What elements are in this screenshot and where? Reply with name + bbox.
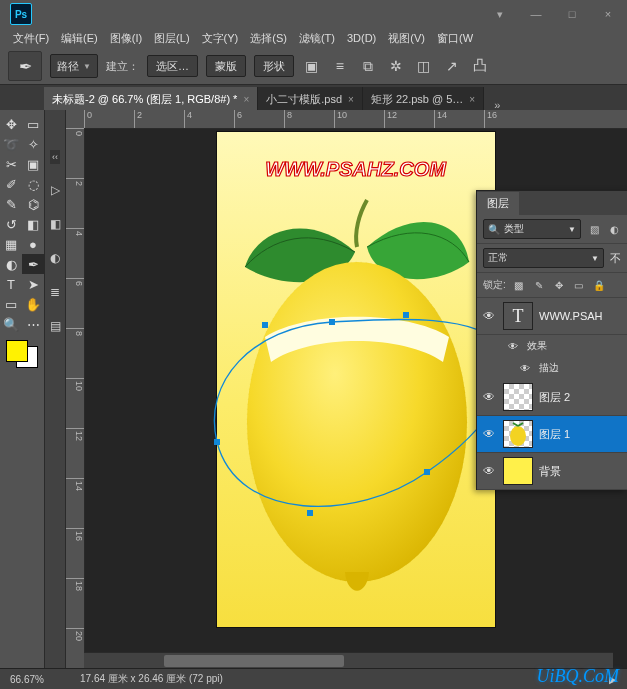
rubber-band-icon[interactable]: ◫ bbox=[414, 56, 434, 76]
blur-tool-icon[interactable]: ● bbox=[22, 234, 44, 254]
channels-panel-icon[interactable]: ▤ bbox=[47, 318, 63, 334]
eraser-tool-icon[interactable]: ◧ bbox=[22, 214, 44, 234]
menu-image[interactable]: 图像(I) bbox=[107, 31, 145, 46]
pen-tool-icon[interactable]: ✒ bbox=[22, 254, 44, 274]
layer-row[interactable]: 👁 T WWW.PSAH bbox=[477, 298, 627, 335]
layer-row[interactable]: 👁 背景 bbox=[477, 453, 627, 490]
crop-tool-icon[interactable]: ✂ bbox=[0, 154, 22, 174]
move-tool-icon[interactable]: ✥ bbox=[0, 114, 22, 134]
close-icon[interactable]: × bbox=[243, 94, 249, 105]
frame-tool-icon[interactable]: ▣ bbox=[22, 154, 44, 174]
gradient-tool-icon[interactable]: ▦ bbox=[0, 234, 22, 254]
window-minimize-icon[interactable]: — bbox=[523, 8, 549, 21]
layer-name[interactable]: 背景 bbox=[539, 464, 623, 479]
properties-panel-icon[interactable]: ◧ bbox=[47, 216, 63, 232]
edit-toolbar-icon[interactable]: ⋯ bbox=[22, 314, 44, 334]
color-swatches[interactable] bbox=[6, 340, 38, 368]
ruler-origin[interactable] bbox=[66, 110, 85, 129]
filter-image-icon[interactable]: ▧ bbox=[587, 222, 601, 236]
menu-filter[interactable]: 滤镜(T) bbox=[296, 31, 338, 46]
layer-thumbnail[interactable] bbox=[503, 420, 533, 448]
menu-file[interactable]: 文件(F) bbox=[10, 31, 52, 46]
horizontal-scrollbar[interactable] bbox=[84, 652, 613, 669]
layer-name[interactable]: 图层 1 bbox=[539, 427, 623, 442]
menu-layer[interactable]: 图层(L) bbox=[151, 31, 192, 46]
scrollbar-thumb[interactable] bbox=[164, 655, 344, 667]
path-select-tool-icon[interactable]: ➤ bbox=[22, 274, 44, 294]
window-close-icon[interactable]: × bbox=[595, 8, 621, 21]
visibility-icon[interactable]: 👁 bbox=[481, 390, 497, 404]
document-tab[interactable]: 未标题-2 @ 66.7% (图层 1, RGB/8#) * × bbox=[44, 87, 258, 111]
visibility-icon[interactable]: 👁 bbox=[505, 341, 521, 352]
close-icon[interactable]: × bbox=[469, 94, 475, 105]
extra-1-icon[interactable]: ↗ bbox=[442, 56, 462, 76]
document-size: 17.64 厘米 x 26.46 厘米 (72 ppi) bbox=[80, 672, 609, 686]
lasso-tool-icon[interactable]: ➰ bbox=[0, 134, 22, 154]
menu-select[interactable]: 选择(S) bbox=[247, 31, 290, 46]
visibility-icon[interactable]: 👁 bbox=[481, 309, 497, 323]
zoom-tool-icon[interactable]: 🔍 bbox=[0, 314, 22, 334]
layer-row[interactable]: 👁 图层 1 bbox=[477, 416, 627, 453]
gear-icon[interactable]: ✲ bbox=[386, 56, 406, 76]
collapsed-panel-tab[interactable]: ‹‹ bbox=[50, 150, 60, 164]
close-icon[interactable]: × bbox=[348, 94, 354, 105]
clone-tool-icon[interactable]: ⌬ bbox=[22, 194, 44, 214]
current-tool-icon[interactable]: ✒ bbox=[8, 51, 42, 81]
layer-thumbnail-type-icon[interactable]: T bbox=[503, 302, 533, 330]
lock-all-icon[interactable]: 🔒 bbox=[592, 278, 606, 292]
lock-transparent-icon[interactable]: ▩ bbox=[512, 278, 526, 292]
history-panel-icon[interactable]: ▷ bbox=[47, 182, 63, 198]
visibility-icon[interactable]: 👁 bbox=[517, 363, 533, 374]
rectangle-tool-icon[interactable]: ▭ bbox=[0, 294, 22, 314]
menu-type[interactable]: 文字(Y) bbox=[199, 31, 242, 46]
layer-name[interactable]: 图层 2 bbox=[539, 390, 623, 405]
zoom-level[interactable]: 66.67% bbox=[10, 674, 80, 685]
layer-row[interactable]: 👁 图层 2 bbox=[477, 379, 627, 416]
history-brush-tool-icon[interactable]: ↺ bbox=[0, 214, 22, 234]
document-tab[interactable]: 小二寸模版.psd × bbox=[258, 87, 363, 111]
lock-pixels-icon[interactable]: ✎ bbox=[532, 278, 546, 292]
make-selection-button[interactable]: 选区… bbox=[147, 55, 198, 77]
eyedropper-tool-icon[interactable]: ✐ bbox=[0, 174, 22, 194]
layers-tab[interactable]: 图层 bbox=[477, 192, 519, 215]
foreground-swatch[interactable] bbox=[6, 340, 28, 362]
layer-name[interactable]: WWW.PSAH bbox=[539, 310, 623, 322]
horizontal-ruler[interactable]: 0 2 4 6 8 10 12 14 16 bbox=[84, 110, 627, 129]
make-mask-button[interactable]: 蒙版 bbox=[206, 55, 246, 77]
actions-panel-icon[interactable]: ≣ bbox=[47, 284, 63, 300]
path-ops-icon[interactable]: ▣ bbox=[302, 56, 322, 76]
window-maximize-icon[interactable]: □ bbox=[559, 8, 585, 21]
menu-edit[interactable]: 编辑(E) bbox=[58, 31, 101, 46]
layer-fx-row[interactable]: 👁 效果 bbox=[477, 335, 627, 357]
tool-mode-select[interactable]: 路径 ▼ bbox=[50, 54, 98, 78]
layer-fx-stroke-row[interactable]: 👁 描边 bbox=[477, 357, 627, 379]
document-tab[interactable]: 矩形 22.psb @ 5… × bbox=[363, 87, 484, 111]
lock-position-icon[interactable]: ✥ bbox=[552, 278, 566, 292]
vertical-ruler[interactable]: 0 2 4 6 8 10 12 14 16 18 20 bbox=[66, 128, 85, 669]
window-menu-icon[interactable]: ▾ bbox=[487, 8, 513, 21]
lock-artboard-icon[interactable]: ▭ bbox=[572, 278, 586, 292]
extra-2-icon[interactable]: 凸 bbox=[470, 56, 490, 76]
hand-tool-icon[interactable]: ✋ bbox=[22, 294, 44, 314]
menu-view[interactable]: 视图(V) bbox=[385, 31, 428, 46]
filter-adjust-icon[interactable]: ◐ bbox=[607, 222, 621, 236]
document-canvas[interactable]: WWW.PSAHZ.COM bbox=[217, 132, 495, 627]
visibility-icon[interactable]: 👁 bbox=[481, 464, 497, 478]
layer-thumbnail[interactable] bbox=[503, 383, 533, 411]
type-tool-icon[interactable]: T bbox=[0, 274, 22, 294]
brush-tool-icon[interactable]: ✎ bbox=[0, 194, 22, 214]
arrange-icon[interactable]: ⧉ bbox=[358, 56, 378, 76]
align-icon[interactable]: ≡ bbox=[330, 56, 350, 76]
marquee-tool-icon[interactable]: ▭ bbox=[22, 114, 44, 134]
menu-3d[interactable]: 3D(D) bbox=[344, 32, 379, 44]
adjustments-panel-icon[interactable]: ◐ bbox=[47, 250, 63, 266]
magic-wand-tool-icon[interactable]: ✧ bbox=[22, 134, 44, 154]
dodge-tool-icon[interactable]: ◐ bbox=[0, 254, 22, 274]
make-shape-button[interactable]: 形状 bbox=[254, 55, 294, 77]
visibility-icon[interactable]: 👁 bbox=[481, 427, 497, 441]
layer-thumbnail[interactable] bbox=[503, 457, 533, 485]
menu-window[interactable]: 窗口(W bbox=[434, 31, 476, 46]
layer-filter-select[interactable]: 🔍 类型 ▼ bbox=[483, 219, 581, 239]
patch-tool-icon[interactable]: ◌ bbox=[22, 174, 44, 194]
blend-mode-select[interactable]: 正常 ▼ bbox=[483, 248, 604, 268]
